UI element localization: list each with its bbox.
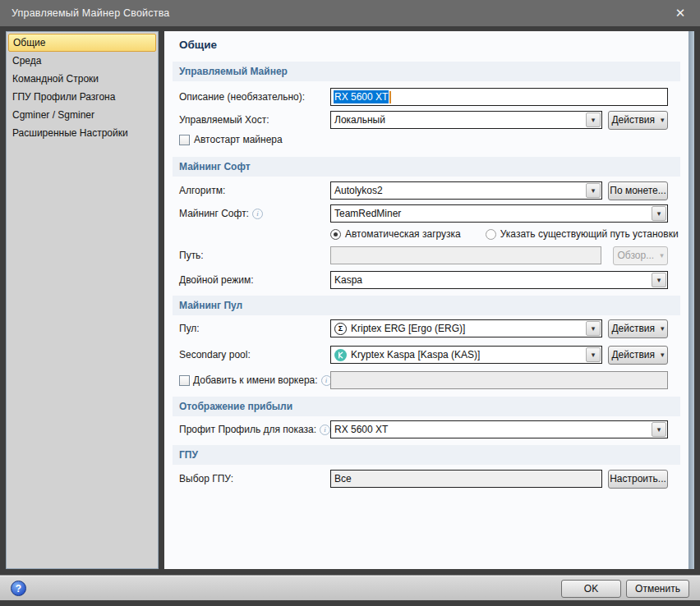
dual-mode-value: Kaspa <box>331 274 651 286</box>
pool-label: Пул: <box>179 323 330 334</box>
chevron-down-icon[interactable]: ▾ <box>652 206 666 221</box>
auto-download-label: Автоматическая загрузка <box>345 228 461 240</box>
secondary-pool-select[interactable]: Kryptex Kaspa [Kaspa (KAS)] ▾ <box>330 346 602 364</box>
chevron-down-icon: ▾ <box>661 116 665 124</box>
sidebar-item-advanced[interactable]: Расширенные Настройки <box>8 124 156 142</box>
secondary-pool-actions-button[interactable]: Действия ▾ <box>608 346 668 365</box>
chevron-down-icon: ▾ <box>661 351 665 359</box>
existing-path-label: Указать существующий путь установки <box>500 228 679 240</box>
dialog-window: Управляемый Майнер Свойства ✕ Общие Сред… <box>0 0 700 606</box>
secondary-pool-value: Kryptex Kaspa [Kaspa (KAS)] <box>351 349 480 360</box>
autostart-label: Автостарт майнера <box>194 134 283 145</box>
section-mining-software: Майнинг Софт <box>173 157 680 177</box>
chevron-down-icon[interactable]: ▾ <box>586 347 601 362</box>
section-managed-miner: Управляемый Майнер <box>173 62 680 81</box>
host-value: Локальный <box>331 114 585 126</box>
software-value: TeamRedMiner <box>331 208 651 219</box>
info-icon[interactable]: i <box>252 209 263 219</box>
gpu-selection-input: Все <box>330 470 602 488</box>
cancel-button[interactable]: Отменить <box>626 580 689 598</box>
path-label: Путь: <box>179 250 330 261</box>
browse-button: Обзор... ▾ <box>613 246 668 265</box>
footer-bar: ? OK Отменить <box>0 575 700 600</box>
kaspa-coin-icon <box>334 349 347 361</box>
existing-path-radio[interactable] <box>486 229 496 240</box>
chevron-down-icon: ▾ <box>661 324 665 333</box>
host-label: Управляемый Хост: <box>179 114 330 126</box>
worker-name-label: Добавить к имени воркера: <box>193 374 318 386</box>
algorithm-value: Autolykos2 <box>331 185 585 196</box>
ok-button[interactable]: OK <box>561 580 621 598</box>
configure-gpu-button[interactable]: Настроить... <box>608 470 668 489</box>
window-title: Управляемый Майнер Свойства <box>12 7 170 19</box>
dual-mode-select[interactable]: Kaspa ▾ <box>330 271 668 289</box>
help-icon: ? <box>16 583 21 595</box>
software-select[interactable]: TeamRedMiner ▾ <box>330 204 668 223</box>
window-inner-border <box>688 31 694 569</box>
main-panel: Общие Управляемый Майнер Описание (необя… <box>164 31 688 569</box>
sidebar-item-command-line[interactable]: Командной Строки <box>8 70 156 88</box>
chevron-down-icon[interactable]: ▾ <box>586 112 601 127</box>
sidebar-item-general[interactable]: Общие <box>8 34 156 52</box>
host-actions-button[interactable]: Действия ▾ <box>608 111 668 130</box>
titlebar: Управляемый Майнер Свойства ✕ <box>0 0 700 26</box>
software-label: Майнинг Софт: <box>179 208 249 219</box>
by-coin-button[interactable]: По монете... <box>608 181 668 200</box>
close-button[interactable]: ✕ <box>661 0 700 26</box>
text-caret <box>389 91 391 103</box>
secondary-pool-label: Secondary pool: <box>179 349 330 360</box>
chevron-down-icon[interactable]: ▾ <box>586 183 601 198</box>
sidebar-item-cgminer[interactable]: Cgminer / Sgminer <box>8 106 156 124</box>
chevron-down-icon[interactable]: ▾ <box>586 321 601 336</box>
worker-name-checkbox[interactable] <box>179 375 190 386</box>
help-button[interactable]: ? <box>11 581 26 596</box>
close-icon: ✕ <box>675 6 686 21</box>
description-input[interactable]: RX 5600 XT <box>330 88 668 106</box>
sidebar: Общие Среда Командной Строки ГПУ Профили… <box>6 31 159 569</box>
autostart-checkbox[interactable] <box>179 135 190 145</box>
description-value: RX 5600 XT <box>334 90 389 103</box>
path-input <box>330 246 601 264</box>
description-label: Описание (необязательно): <box>179 91 330 103</box>
gpu-selection-label: Выбор ГПУ: <box>179 473 330 484</box>
ergo-coin-icon: Σ <box>334 323 347 335</box>
pool-value: Kriptex ERG [Ergo (ERG)] <box>351 323 465 334</box>
section-mining-pool: Майнинг Пул <box>173 296 680 315</box>
algorithm-select[interactable]: Autolykos2 ▾ <box>330 181 602 200</box>
chevron-down-icon[interactable]: ▾ <box>652 273 666 287</box>
profit-profile-label: Профит Профиль для показа: <box>179 424 316 435</box>
auto-download-radio[interactable] <box>330 229 341 240</box>
sidebar-item-gpu-clocking[interactable]: ГПУ Профили Разгона <box>8 88 156 106</box>
profit-profile-value: RX 5600 XT <box>331 424 651 435</box>
pool-actions-button[interactable]: Действия ▾ <box>608 319 668 338</box>
host-select[interactable]: Локальный ▾ <box>330 111 602 129</box>
gpu-selection-value: Все <box>334 473 352 484</box>
sidebar-item-environment[interactable]: Среда <box>8 52 156 70</box>
algorithm-label: Алгоритм: <box>179 185 330 196</box>
page-title: Общие <box>179 39 688 51</box>
chevron-down-icon: ▾ <box>660 251 664 259</box>
pool-select[interactable]: Σ Kriptex ERG [Ergo (ERG)] ▾ <box>330 319 602 337</box>
chevron-down-icon[interactable]: ▾ <box>652 422 666 437</box>
info-icon[interactable]: i <box>320 425 330 435</box>
section-gpu: ГПУ <box>173 445 680 465</box>
dual-mode-label: Двойной режим: <box>179 274 330 286</box>
worker-name-input <box>330 371 668 389</box>
profit-profile-select[interactable]: RX 5600 XT ▾ <box>330 420 668 438</box>
section-profit-display: Отображение прибыли <box>173 397 680 416</box>
